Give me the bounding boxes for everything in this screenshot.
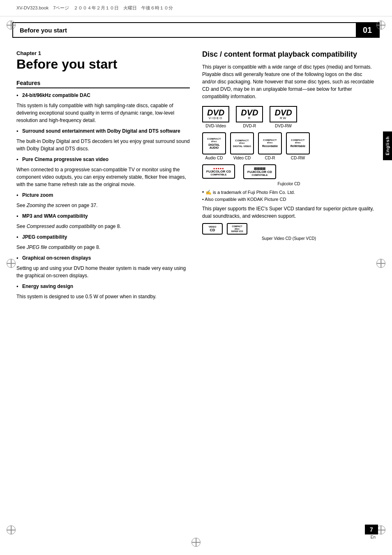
bullet-dot: • <box>16 157 21 163</box>
bullet-dot: • <box>16 234 21 240</box>
dvd-video-logo: DVD VIDEO <box>202 106 229 122</box>
language-tab: English <box>383 131 392 160</box>
chapter-header-frame: Before you start 01 <box>12 22 380 38</box>
cd-r-logo: COMPACT disc Recordable <box>258 132 282 154</box>
feature-title: Surround sound entertainment with Dolby … <box>22 128 180 134</box>
dvd-rw-label: DVD-RW <box>275 124 292 128</box>
feature-text: Setting up and using your DVD home theat… <box>16 265 190 279</box>
cd-rw-logo: COMPACT disc ReWritable <box>286 132 310 154</box>
feature-text: This system is designed to use 0.5 W of … <box>16 293 190 300</box>
dvd-r-label: DVD-R <box>243 124 256 128</box>
feature-item: • Graphical on-screen displays Setting u… <box>16 255 190 279</box>
bullet-dot: • <box>16 255 21 261</box>
bottom-center-crosshair <box>191 538 201 547</box>
feature-text: See Compressed audio compatibility on pa… <box>16 223 190 230</box>
feature-item: • JPEG compatibility See JPEG file compa… <box>16 234 190 251</box>
dvd-logos-row: DVD VIDEO DVD-Video DVD R DVD-R DVD RW <box>202 106 376 128</box>
bullet-dot: • <box>16 213 21 219</box>
audio-cd-logo: COMPACT disc DIGITAL AUDIO <box>202 132 226 154</box>
dvd-r-logo: DVD R <box>236 106 263 122</box>
cd-logos-row: COMPACT disc DIGITAL AUDIO Audio CD COMP… <box>202 132 376 160</box>
fuji-logo-box-2: ⬛⬛⬛⬛ FUJICOLOR CD COMPATIBLE <box>243 164 276 179</box>
feature-title: Energy saving design <box>22 283 73 290</box>
feature-title: Picture zoom <box>22 192 53 198</box>
feature-title: Pure Cinema progressive scan video <box>22 157 108 163</box>
corner-crosshair-tl <box>7 21 16 30</box>
feature-title: 24-bit/96kHz compatible DAC <box>22 92 90 99</box>
svcd-logo-2: COMPACT disc SUPER VCD <box>227 223 247 235</box>
page-number: 7 <box>365 525 378 534</box>
corner-crosshair-ml <box>7 259 16 268</box>
svcd-text: This player supports the IEC's Super VCD… <box>202 205 376 220</box>
feature-item: • Pure Cinema progressive scan video Whe… <box>16 157 190 188</box>
corner-crosshair-bl <box>7 525 16 534</box>
cd-r-label: CD-R <box>265 156 275 160</box>
header-title: Before you start <box>13 23 356 37</box>
fuji-logo-box-1: ■ ■ ■ ■ ■ FUJICOLOR CD COMPATIBLE <box>202 164 235 179</box>
feature-item: • Surround sound entertainment with Dolb… <box>16 128 190 152</box>
feature-item: • Energy saving design This system is de… <box>16 283 190 300</box>
feature-title: Graphical on-screen displays <box>22 255 91 261</box>
fujicolor-logos-row: ■ ■ ■ ■ ■ FUJICOLOR CD COMPATIBLE ⬛⬛⬛⬛ F… <box>202 164 376 179</box>
video-cd-label: Video CD <box>233 156 251 160</box>
left-column: Chapter 1 Before you start Features • 24… <box>16 50 190 304</box>
dvd-rw-logo-item: DVD RW DVD-RW <box>270 106 297 128</box>
disc-intro: This player is compatible with a wide ra… <box>202 63 376 100</box>
cd-r-logo-item: COMPACT disc Recordable CD-R <box>258 132 282 160</box>
feature-title: MP3 and WMA compatibility <box>22 213 88 219</box>
disc-section-title: Disc / content format playback compatibi… <box>202 50 376 59</box>
feature-item: • MP3 and WMA compatibility See Compress… <box>16 213 190 230</box>
fujicolor-logo-2: ⬛⬛⬛⬛ FUJICOLOR CD COMPATIBLE <box>243 164 276 179</box>
feature-text: The built-in Dolby Digital and DTS decod… <box>16 138 190 152</box>
dvd-r-logo-item: DVD R DVD-R <box>236 106 263 128</box>
cd-rw-label: CD-RW <box>291 156 305 160</box>
feature-item: • 24-bit/96kHz compatible DAC This syste… <box>16 92 190 124</box>
fujicolor-logo-1: ■ ■ ■ ■ ■ FUJICOLOR CD COMPATIBLE <box>202 164 235 179</box>
video-cd-logo-item: COMPACT disc DIGITAL VIDEO Video CD <box>230 132 254 160</box>
page-lang: En <box>371 535 376 539</box>
corner-crosshair-tr <box>376 21 385 30</box>
feature-title: JPEG compatibility <box>22 234 67 240</box>
bullet-dot: • <box>16 283 21 290</box>
feature-text: This system is fully compatible with hig… <box>16 102 190 124</box>
right-column: Disc / content format playback compatibi… <box>202 50 376 304</box>
top-meta-bar: XV-DV323.book 7ページ ２００４年２月１０日 火曜日 午後６時１０… <box>0 0 392 16</box>
bullet-dot: • <box>16 192 21 198</box>
header-number: 01 <box>356 23 379 37</box>
dvd-video-logo-item: DVD VIDEO DVD-Video <box>202 106 229 128</box>
chapter-title: Before you start <box>16 57 190 71</box>
features-section-title: Features <box>16 80 190 88</box>
main-content: Chapter 1 Before you start Features • 24… <box>0 42 392 317</box>
book-reference: XV-DV323.book 7ページ ２００４年２月１０日 火曜日 午後６時１０… <box>16 5 173 11</box>
bullet-dot: • <box>16 92 21 99</box>
fuji-caption: Fujicolor CD <box>202 182 376 186</box>
corner-crosshair-mr <box>376 259 385 268</box>
audio-cd-label: Audio CD <box>205 156 223 160</box>
feature-item: • Picture zoom See Zooming the screen on… <box>16 192 190 209</box>
video-cd-logo: COMPACT disc DIGITAL VIDEO <box>230 132 254 154</box>
bullet-dot: • <box>16 128 21 134</box>
feature-text: When connected to a progressive scan-com… <box>16 166 190 188</box>
trademark-note-2: • Also compatible with KODAK Picture CD <box>202 197 376 202</box>
svcd-logos: VIDEO CD COMPACT disc SUPER VCD <box>202 223 376 235</box>
cd-rw-logo-item: COMPACT disc ReWritable CD-RW <box>286 132 310 160</box>
audio-cd-logo-item: COMPACT disc DIGITAL AUDIO Audio CD <box>202 132 226 160</box>
trademark-note-1: • ✍ is a trademark of Fuji Photo Film Co… <box>202 189 376 195</box>
dvd-video-label: DVD-Video <box>205 124 226 128</box>
svcd-logo-1: VIDEO CD <box>202 223 223 235</box>
feature-text: See Zooming the screen on page 37. <box>16 202 190 209</box>
chapter-label: Chapter 1 <box>16 50 190 56</box>
feature-text: See JPEG file compatibility on page 8. <box>16 244 190 251</box>
svcd-caption: Super Video CD (Super VCD) <box>202 236 376 241</box>
dvd-rw-logo: DVD RW <box>270 106 297 122</box>
